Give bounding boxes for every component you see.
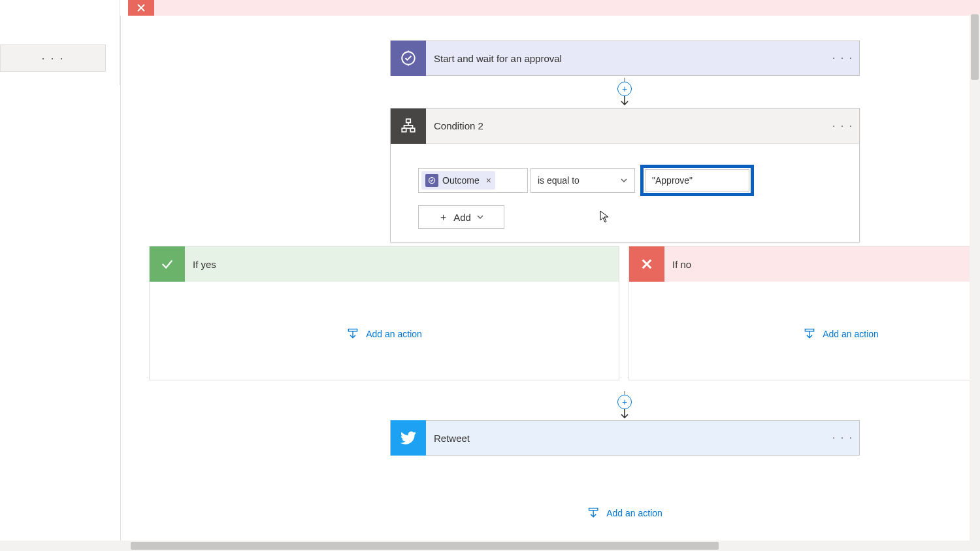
if-no-add-action[interactable]: Add an action xyxy=(629,327,980,341)
svg-rect-4 xyxy=(410,128,415,131)
approval-menu[interactable]: · · · xyxy=(826,52,859,64)
add-action-icon xyxy=(803,327,816,341)
condition-icon xyxy=(391,109,426,144)
left-card-menu[interactable]: · · · xyxy=(0,44,106,72)
condition-card: Condition 2 · · · Outcome × xyxy=(390,108,860,242)
scrollbar-thumb[interactable] xyxy=(971,14,979,80)
svg-rect-6 xyxy=(349,329,357,331)
condition-add-button[interactable]: ＋ Add xyxy=(418,205,504,229)
footer-add-action[interactable]: Add an action xyxy=(587,507,662,520)
condition-header[interactable]: Condition 2 · · · xyxy=(391,109,859,144)
left-panel-fragment xyxy=(0,0,120,85)
add-action-icon xyxy=(346,327,359,341)
condition-body: Outcome × is equal to ＋ Add xyxy=(391,144,859,242)
horizontal-scrollbar[interactable] xyxy=(0,541,970,551)
if-yes-header[interactable]: If yes xyxy=(150,246,619,282)
condition-title: Condition 2 xyxy=(434,120,826,131)
svg-rect-3 xyxy=(402,128,406,131)
top-ifno-fragment: If no xyxy=(128,0,980,16)
condition-value-input[interactable] xyxy=(645,169,749,192)
check-icon xyxy=(150,246,185,282)
vertical-scrollbar[interactable] xyxy=(970,14,980,551)
plus-icon: ＋ xyxy=(438,211,448,224)
chevron-down-icon xyxy=(620,176,628,184)
connector-plus-2[interactable]: + xyxy=(617,391,632,420)
add-action-label: Add an action xyxy=(606,508,662,518)
operator-label: is equal to xyxy=(538,175,580,186)
condition-value-highlight xyxy=(640,165,754,196)
twitter-icon xyxy=(391,420,426,456)
if-yes-add-action[interactable]: Add an action xyxy=(150,327,619,341)
condition-menu[interactable]: · · · xyxy=(826,120,859,132)
if-no-header[interactable]: If no xyxy=(629,246,980,282)
retweet-menu[interactable]: · · · xyxy=(826,432,859,444)
if-no-label: If no xyxy=(672,259,691,270)
close-icon xyxy=(128,0,154,16)
condition-left-operand[interactable]: Outcome × xyxy=(418,168,528,193)
plus-icon[interactable]: + xyxy=(617,82,632,96)
approval-step-card[interactable]: Start and wait for an approval · · · xyxy=(390,41,860,76)
svg-rect-2 xyxy=(406,119,411,122)
if-yes-branch: If yes Add an action xyxy=(149,246,619,380)
token-label: Outcome xyxy=(442,175,480,186)
token-remove-icon[interactable]: × xyxy=(483,175,491,186)
outcome-token[interactable]: Outcome × xyxy=(421,171,495,190)
if-no-branch: If no Add an action xyxy=(629,246,980,380)
approval-icon xyxy=(425,174,438,187)
add-action-label: Add an action xyxy=(366,329,422,339)
condition-operator-select[interactable]: is equal to xyxy=(531,168,635,193)
panel-divider xyxy=(120,16,121,551)
approval-icon xyxy=(391,41,426,76)
add-action-icon xyxy=(587,507,600,520)
svg-rect-7 xyxy=(806,329,814,331)
if-yes-label: If yes xyxy=(193,259,216,270)
retweet-title: Retweet xyxy=(434,433,826,444)
plus-icon[interactable]: + xyxy=(617,395,632,409)
scrollbar-thumb[interactable] xyxy=(131,542,719,550)
connector-plus-1[interactable]: + xyxy=(617,78,632,107)
retweet-step-card[interactable]: Retweet · · · xyxy=(390,420,860,456)
add-action-label: Add an action xyxy=(823,329,879,339)
close-icon xyxy=(629,246,664,282)
svg-rect-9 xyxy=(589,509,598,510)
add-label: Add xyxy=(453,212,471,223)
approval-title: Start and wait for an approval xyxy=(434,53,826,64)
chevron-down-icon xyxy=(476,213,484,221)
